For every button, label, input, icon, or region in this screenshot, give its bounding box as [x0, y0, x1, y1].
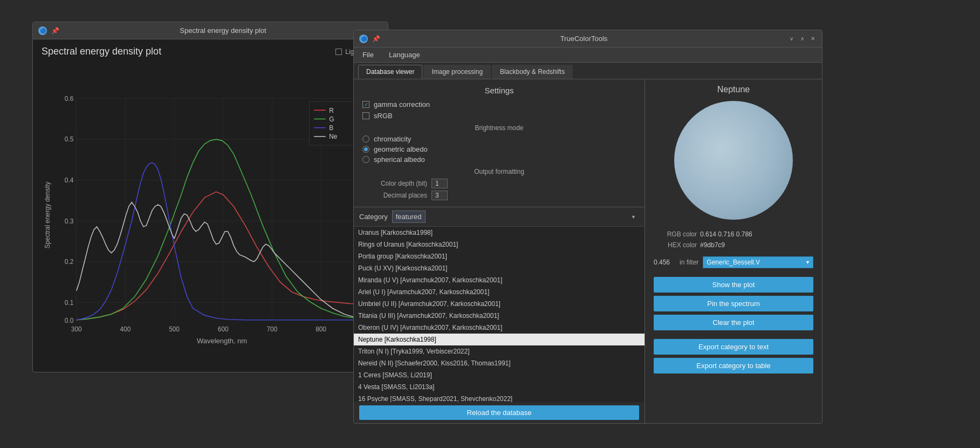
list-item[interactable]: Titania (U III) [Avramchuk2007, Karkosch… — [354, 310, 645, 322]
tab-database-viewer[interactable]: Database viewer — [358, 65, 422, 79]
plot-header: Spectral energy density plot Light theme — [42, 46, 379, 57]
tab-image-processing[interactable]: Image processing — [423, 65, 491, 79]
color-depth-value[interactable]: 1 — [431, 179, 448, 188]
list-item[interactable]: 1 Ceres [SMASS, Li2019] — [354, 369, 645, 381]
maximize-button[interactable]: ∧ — [798, 35, 806, 43]
gamma-correction-checkbox[interactable] — [362, 101, 369, 108]
svg-text:0.2: 0.2 — [65, 258, 73, 266]
brightness-mode-title: Brightness mode — [362, 124, 636, 132]
export-category-table-button[interactable]: Export category to table — [654, 358, 813, 374]
svg-text:400: 400 — [120, 325, 131, 333]
pin-spectrum-button[interactable]: Pin the spectrum — [654, 296, 813, 311]
right-panel: Neptune RGB color 0.614 0.716 0.786 HEX … — [645, 79, 822, 423]
neptune-circle — [674, 101, 793, 220]
color-info: RGB color 0.614 0.716 0.786 HEX color #9… — [654, 230, 813, 252]
gamma-correction-label: gamma correction — [374, 100, 430, 108]
settings-title: Settings — [362, 86, 636, 95]
svg-text:500: 500 — [169, 325, 180, 333]
decimal-places-value[interactable]: 3 — [431, 191, 448, 200]
radio-geometric-albedo-label: geometric albedo — [374, 145, 428, 153]
list-item[interactable]: 16 Psyche [SMASS, Shepard2021, Shevchenk… — [354, 393, 645, 402]
category-label: Category — [359, 213, 388, 221]
svg-text:700: 700 — [267, 325, 278, 333]
list-item[interactable]: Umbriel (U II) [Avramchuk2007, Karkoschk… — [354, 298, 645, 310]
brightness-section: Brightness mode chromaticity geometric a… — [362, 124, 636, 164]
tct-pin-icon[interactable]: 📌 — [372, 35, 380, 43]
list-item[interactable]: Puck (U XV) [Karkoschka2001] — [354, 262, 645, 274]
hex-color-row: HEX color #9db7c9 — [654, 241, 813, 249]
plot-window-icon: 🔵 — [38, 26, 47, 35]
svg-text:0.1: 0.1 — [65, 299, 74, 307]
svg-text:300: 300 — [71, 325, 82, 333]
chart-area: 0.6 0.5 0.4 0.3 0.2 0.1 0.0 Spectral ene… — [42, 63, 379, 368]
srgb-checkbox[interactable] — [362, 112, 369, 119]
rgb-color-label: RGB color — [654, 230, 697, 238]
srgb-label: sRGB — [374, 112, 393, 120]
list-item[interactable]: Uranus [Karkoschka1998] — [354, 227, 645, 239]
settings-panel: Settings gamma correction sRGB Brightnes… — [354, 79, 645, 207]
menu-file[interactable]: File — [359, 50, 377, 60]
tabs-bar: Database viewer Image processing Blackbo… — [354, 63, 822, 79]
gamma-correction-row: gamma correction — [362, 100, 636, 108]
menu-language[interactable]: Language — [386, 50, 423, 60]
filter-select[interactable]: Generic_Bessell.V — [703, 256, 813, 268]
show-plot-button[interactable]: Show the plot — [654, 277, 813, 293]
filter-select-wrapper: Generic_Bessell.V — [703, 256, 813, 268]
srgb-row: sRGB — [362, 112, 636, 120]
radio-spherical-albedo-btn[interactable] — [362, 156, 369, 163]
plot-titlebar: 🔵 📌 Spectral energy density plot — [33, 22, 388, 39]
hex-color-label: HEX color — [654, 241, 697, 249]
svg-text:B: B — [329, 124, 333, 132]
plot-main-title: Spectral energy density plot — [42, 46, 161, 57]
menubar: File Language — [354, 47, 822, 63]
radio-geometric-albedo-btn[interactable] — [362, 146, 369, 153]
list-item[interactable]: Miranda (U V) [Avramchuk2007, Karkoschka… — [354, 274, 645, 286]
list-item[interactable]: Portia group [Karkoschka2001] — [354, 250, 645, 262]
list-item-neptune-selected[interactable]: Neptune [Karkoschka1998] — [354, 334, 645, 345]
svg-text:Spectral energy density: Spectral energy density — [44, 181, 51, 248]
reload-database-button[interactable]: Reload the database — [359, 405, 639, 420]
category-select-wrapper: featured — [392, 211, 639, 223]
tct-window: 🔵 📌 TrueColorTools ∨ ∧ ✕ File Language D… — [353, 30, 823, 424]
list-item[interactable]: Ariel (U I) [Avramchuk2007, Karkoschka20… — [354, 286, 645, 298]
list-item[interactable]: Triton (N I) [Tryka1999, Verbiscer2022] — [354, 345, 645, 357]
svg-text:G: G — [329, 116, 334, 123]
color-depth-row: Color depth (bit) 1 — [362, 179, 636, 188]
radio-chromaticity-btn[interactable] — [362, 135, 369, 142]
left-panel: Settings gamma correction sRGB Brightnes… — [354, 79, 645, 423]
radio-geometric-albedo: geometric albedo — [362, 145, 636, 153]
plot-window: 🔵 📌 Spectral energy density plot Spectra… — [32, 22, 388, 372]
svg-text:Ne: Ne — [329, 133, 338, 140]
minimize-button[interactable]: ∨ — [787, 35, 795, 43]
svg-text:0.0: 0.0 — [65, 317, 74, 324]
list-item[interactable]: Oberon (U IV) [Avramchuk2007, Karkoschka… — [354, 322, 645, 334]
filter-label: in filter — [680, 259, 698, 266]
clear-plot-button[interactable]: Clear the plot — [654, 315, 813, 330]
radio-spherical-albedo-label: spherical albedo — [374, 155, 425, 164]
close-button[interactable]: ✕ — [809, 35, 817, 43]
tct-titlebar: 🔵 📌 TrueColorTools ∨ ∧ ✕ — [354, 30, 822, 47]
action-buttons: Show the plot Pin the spectrum Clear the… — [654, 277, 813, 374]
color-depth-label: Color depth (bit) — [362, 180, 427, 187]
category-select[interactable]: featured — [392, 211, 426, 223]
rgb-color-row: RGB color 0.614 0.716 0.786 — [654, 230, 813, 238]
output-section: Output formatting Color depth (bit) 1 De… — [362, 168, 636, 200]
svg-text:R: R — [329, 107, 334, 114]
list-item[interactable]: Rings of Uranus [Karkoschka2001] — [354, 239, 645, 250]
spectral-chart: 0.6 0.5 0.4 0.3 0.2 0.1 0.0 Spectral ene… — [42, 63, 379, 368]
tab-blackbody-redshifts[interactable]: Blackbody & Redshifts — [492, 65, 573, 79]
tct-window-icon: 🔵 — [359, 35, 368, 43]
export-category-text-button[interactable]: Export category to text — [654, 339, 813, 355]
filter-numeric-value: 0.456 — [654, 259, 675, 266]
list-item[interactable]: 4 Vesta [SMASS, Li2013a] — [354, 381, 645, 393]
plot-pin-icon[interactable]: 📌 — [51, 27, 59, 35]
svg-text:0.4: 0.4 — [65, 177, 74, 184]
object-list[interactable]: Uranus [Karkoschka1998] Rings of Uranus … — [354, 227, 645, 402]
tct-body: Settings gamma correction sRGB Brightnes… — [354, 79, 822, 423]
light-theme-checkbox[interactable] — [335, 49, 342, 55]
list-item[interactable]: Nereid (N II) [Schaefer2000, Kiss2016, T… — [354, 357, 645, 369]
svg-text:Wavelength, nm: Wavelength, nm — [197, 337, 247, 345]
svg-text:600: 600 — [218, 325, 229, 333]
rgb-color-value: 0.614 0.716 0.786 — [700, 230, 752, 238]
svg-text:0.6: 0.6 — [65, 95, 74, 103]
